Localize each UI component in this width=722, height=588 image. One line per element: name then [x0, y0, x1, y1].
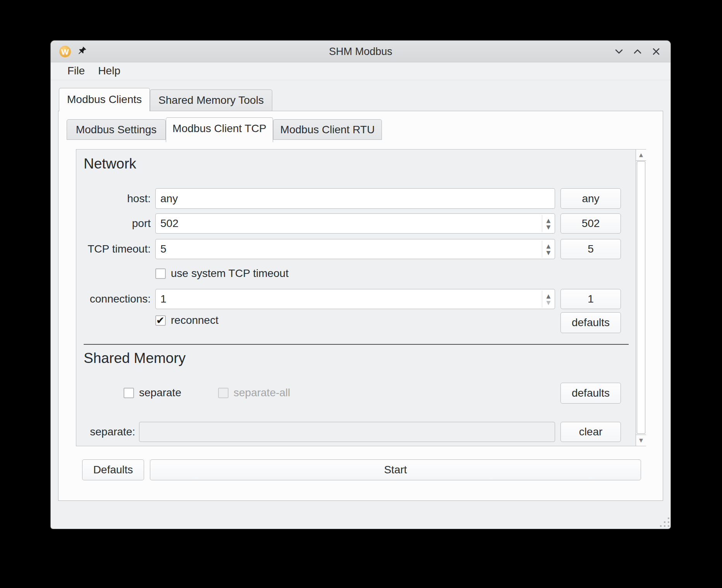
port-spinner[interactable]: ▲ ▼ [542, 215, 555, 232]
separate-name-input[interactable] [139, 422, 555, 442]
use-system-tcp-timeout-checkbox[interactable]: use system TCP timeout [155, 267, 289, 280]
connections-input[interactable] [156, 289, 542, 309]
tab-shared-memory-tools[interactable]: Shared Memory Tools [150, 89, 272, 111]
checkbox-label: separate [139, 387, 181, 399]
tab-modbus-settings[interactable]: Modbus Settings [67, 119, 166, 140]
resize-grip-icon[interactable] [660, 518, 670, 527]
titlebar[interactable]: W SHM Modbus [51, 41, 670, 62]
spin-down-icon[interactable]: ▼ [547, 300, 551, 305]
tcp-timeout-spinner[interactable]: ▲ ▼ [542, 241, 555, 258]
spin-up-icon[interactable]: ▲ [547, 243, 551, 249]
port-input[interactable] [156, 214, 542, 233]
host-label: host: [76, 188, 151, 209]
app-window: W SHM Modbus [51, 41, 670, 529]
connections-reset-button[interactable]: 1 [560, 289, 621, 309]
menu-help[interactable]: Help [91, 62, 127, 80]
close-button[interactable] [651, 46, 661, 57]
network-defaults-button[interactable]: defaults [560, 312, 621, 333]
shared-memory-heading: Shared Memory [84, 350, 186, 366]
start-button[interactable]: Start [150, 459, 641, 480]
checkbox-box: ✔ [155, 315, 166, 326]
spin-down-icon[interactable]: ▼ [547, 250, 551, 255]
clear-button[interactable]: clear [560, 422, 621, 442]
port-spinbox: ▲ ▼ [155, 213, 555, 234]
port-reset-button[interactable]: 502 [560, 213, 621, 234]
connections-spinbox: ▲ ▼ [155, 289, 555, 309]
host-reset-button[interactable]: any [560, 188, 621, 209]
connections-label: connections: [76, 289, 151, 309]
app-icon-letter: W [61, 47, 69, 56]
scroll-up-icon: ▲ [639, 152, 643, 158]
app-icon: W [59, 46, 71, 57]
scroll-down-icon: ▼ [639, 437, 643, 443]
tcp-timeout-input[interactable] [156, 239, 542, 259]
scroll-down-button[interactable]: ▼ [636, 435, 646, 446]
settings-scroll-area[interactable]: Network host: any port ▲ ▼ 502 TCP timeo… [76, 149, 646, 446]
spin-up-icon[interactable]: ▲ [547, 293, 551, 299]
reconnect-checkbox[interactable]: ✔ reconnect [155, 314, 218, 327]
section-divider [84, 344, 629, 345]
checkbox-box [155, 268, 166, 279]
separate-checkbox[interactable]: separate [124, 387, 181, 399]
network-heading: Network [84, 156, 136, 172]
scrollbar-thumb[interactable] [637, 161, 645, 434]
shared-memory-defaults-button[interactable]: defaults [560, 383, 621, 404]
minimize-button[interactable] [614, 46, 624, 57]
tab-modbus-client-tcp[interactable]: Modbus Client TCP [166, 117, 273, 142]
port-label: port [76, 213, 151, 234]
connections-spinner[interactable]: ▲ ▼ [542, 291, 555, 308]
vertical-scrollbar[interactable]: ▲ ▼ [636, 150, 646, 446]
tcp-timeout-label: TCP timeout: [76, 239, 151, 259]
checkbox-label: reconnect [171, 314, 218, 327]
checkbox-box [124, 388, 134, 398]
window-controls [614, 46, 661, 57]
menubar: File Help [51, 62, 670, 80]
tcp-timeout-spinbox: ▲ ▼ [155, 239, 555, 259]
spin-up-icon[interactable]: ▲ [547, 218, 551, 223]
separate-field-label: separate: [76, 422, 135, 442]
menu-file[interactable]: File [61, 62, 91, 80]
desktop: W SHM Modbus [0, 0, 722, 588]
host-input[interactable] [155, 188, 555, 209]
tcp-timeout-reset-button[interactable]: 5 [560, 239, 621, 259]
separate-all-checkbox: separate-all [218, 387, 290, 399]
scroll-up-button[interactable]: ▲ [636, 150, 646, 161]
checkbox-box [218, 388, 229, 398]
check-icon: ✔ [156, 315, 165, 326]
spin-down-icon[interactable]: ▼ [547, 224, 551, 230]
window-title: SHM Modbus [128, 41, 593, 62]
tab-modbus-client-rtu[interactable]: Modbus Client RTU [273, 119, 382, 140]
checkbox-label: separate-all [234, 387, 290, 399]
checkbox-label: use system TCP timeout [171, 267, 289, 280]
defaults-button[interactable]: Defaults [82, 459, 144, 480]
tab-modbus-clients[interactable]: Modbus Clients [59, 88, 150, 111]
maximize-button[interactable] [633, 46, 643, 57]
pin-icon[interactable] [76, 46, 87, 57]
